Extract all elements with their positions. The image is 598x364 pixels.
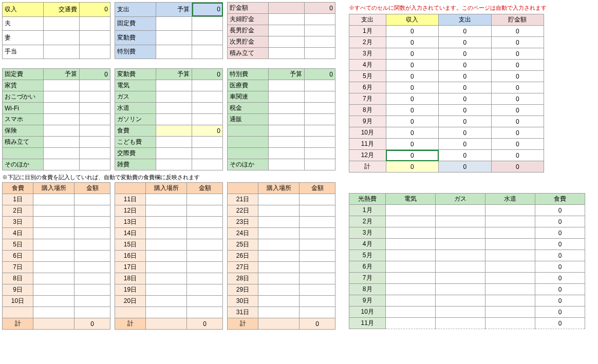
expense-row[interactable]: 変動費 [115, 31, 156, 45]
summary-month[interactable]: 11月 [349, 139, 386, 150]
income-title: 収入 [3, 3, 44, 17]
food-table-3[interactable]: 購入場所 金額 21日22日23日24日25日26日27日28日29日30日31… [227, 182, 335, 330]
summary-month[interactable]: 12月 [349, 150, 386, 161]
income-row[interactable]: 夫 [3, 16, 44, 31]
variable-title: 変動費 [115, 69, 156, 80]
summary-table[interactable]: 支出 収入 支出 貯金額 1月0002月0003月0004月0005月0006月… [349, 14, 544, 173]
fixed-table[interactable]: 固定費 予算 0 家賃 おこづかい Wi-Fi スマホ 保険 積み立て そのほか [2, 68, 110, 170]
food-day[interactable]: 2日 [3, 205, 33, 217]
food-day[interactable]: 19日 [115, 284, 146, 296]
food-day[interactable]: 22日 [228, 205, 258, 217]
expense-row[interactable]: 特別費 [115, 45, 156, 59]
savings-row[interactable]: 長男貯金 [228, 25, 269, 36]
income-col2: 交通費 [44, 3, 80, 17]
food-day[interactable]: 6日 [3, 251, 33, 262]
savings-title: 貯金額 [228, 3, 269, 14]
income-col2val[interactable]: 0 [80, 3, 110, 17]
food-day[interactable]: 23日 [228, 217, 258, 228]
savings-val[interactable]: 0 [305, 3, 335, 14]
food-day[interactable]: 1日 [3, 194, 33, 205]
summary-month[interactable]: 10月 [349, 127, 386, 139]
savings-row[interactable]: 夫婦貯金 [228, 14, 269, 25]
food-day[interactable]: 14日 [115, 228, 146, 239]
food-day[interactable]: 28日 [228, 273, 258, 284]
expense-table[interactable]: 支出 予算 0 固定費 変動費 特別費 [115, 2, 223, 59]
expense-row[interactable]: 固定費 [115, 16, 156, 31]
food-table-1[interactable]: 食費 購入場所 金額 1日2日3日4日5日6日7日8日9日10日 計0 [2, 182, 110, 330]
util-month[interactable]: 5月 [349, 250, 386, 261]
food-day[interactable]: 24日 [228, 228, 258, 239]
food-day[interactable]: 4日 [3, 228, 33, 239]
summary-month[interactable]: 2月 [349, 37, 386, 48]
expense-budget: 予算 [156, 3, 192, 17]
expense-budgetval[interactable]: 0 [192, 3, 223, 17]
savings-row[interactable]: 次男貯金 [228, 36, 269, 48]
util-month[interactable]: 6月 [349, 261, 386, 273]
food-day[interactable]: 27日 [228, 262, 258, 273]
food-table-2[interactable]: 購入場所 金額 11日12日13日14日15日16日17日18日19日20日 計… [115, 182, 223, 330]
income-row[interactable]: 妻 [3, 31, 44, 45]
food-day[interactable]: 18日 [115, 273, 146, 284]
food-note: ※下記に日別の食費を記入していれば、自動で変動費の食費欄に反映されます [2, 174, 344, 181]
summary-month[interactable]: 1月 [349, 26, 386, 37]
expense-title: 支出 [115, 3, 156, 17]
util-month[interactable]: 10月 [349, 306, 386, 318]
food-day[interactable]: 5日 [3, 239, 33, 251]
savings-row[interactable]: 積み立て [228, 48, 269, 59]
food-day[interactable]: 31日 [228, 307, 258, 318]
fixed-budget-val[interactable]: 0 [80, 69, 110, 80]
special-table[interactable]: 特別費 予算 0 医療費 車関連 税金 通販 そのほか [227, 68, 335, 170]
food-day[interactable]: 20日 [115, 296, 146, 307]
food-day[interactable]: 12日 [115, 205, 146, 217]
food-day[interactable]: 17日 [115, 262, 146, 273]
util-month[interactable]: 8月 [349, 284, 386, 295]
util-month[interactable]: 2月 [349, 216, 386, 227]
util-month[interactable]: 9月 [349, 295, 386, 306]
food-day[interactable]: 29日 [228, 284, 258, 296]
summary-month[interactable]: 5月 [349, 71, 386, 82]
summary-month[interactable]: 9月 [349, 116, 386, 127]
food-day[interactable]: 3日 [3, 217, 33, 228]
right-note: ※すべてのセルに関数が入力されています。このページは自動で入力されます [349, 4, 596, 12]
food-day[interactable]: 10日 [3, 296, 33, 307]
fixed-title: 固定費 [3, 69, 44, 80]
income-row[interactable]: 手当 [3, 45, 44, 59]
food-day[interactable]: 11日 [115, 194, 146, 205]
food-day[interactable]: 26日 [228, 251, 258, 262]
fixed-budget-label: 予算 [44, 69, 80, 80]
util-month[interactable]: 1月 [349, 205, 386, 216]
util-month[interactable]: 11月 [349, 318, 386, 329]
food-day[interactable]: 13日 [115, 217, 146, 228]
food-day[interactable]: 8日 [3, 273, 33, 284]
income-table[interactable]: 収入 交通費 0 夫 妻 手当 [2, 2, 110, 59]
food-day[interactable]: 9日 [3, 284, 33, 296]
savings-table[interactable]: 貯金額 0 夫婦貯金 長男貯金 次男貯金 積み立て [227, 2, 335, 59]
summary-month[interactable]: 8月 [349, 105, 386, 116]
utility-table[interactable]: 光熱費 電気 ガス 水道 食費 1月02月03月04月05月06月07月08月0… [349, 193, 585, 329]
food-day[interactable]: 30日 [228, 296, 258, 307]
food-day[interactable]: 16日 [115, 251, 146, 262]
util-month[interactable]: 7月 [349, 273, 386, 284]
util-month[interactable]: 4月 [349, 239, 386, 250]
summary-month[interactable]: 3月 [349, 48, 386, 60]
food-day[interactable]: 7日 [3, 262, 33, 273]
util-month[interactable]: 3月 [349, 227, 386, 239]
food-day[interactable]: 25日 [228, 239, 258, 251]
special-title: 特別費 [228, 69, 269, 80]
food-day[interactable]: 15日 [115, 239, 146, 251]
variable-table[interactable]: 変動費 予算 0 電気 ガス 水道 ガソリン 食費0 こども費 交際費 雑費 [115, 68, 223, 170]
summary-month[interactable]: 6月 [349, 82, 386, 93]
summary-month[interactable]: 7月 [349, 93, 386, 105]
summary-month[interactable]: 4月 [349, 60, 386, 71]
food-day[interactable]: 21日 [228, 194, 258, 205]
